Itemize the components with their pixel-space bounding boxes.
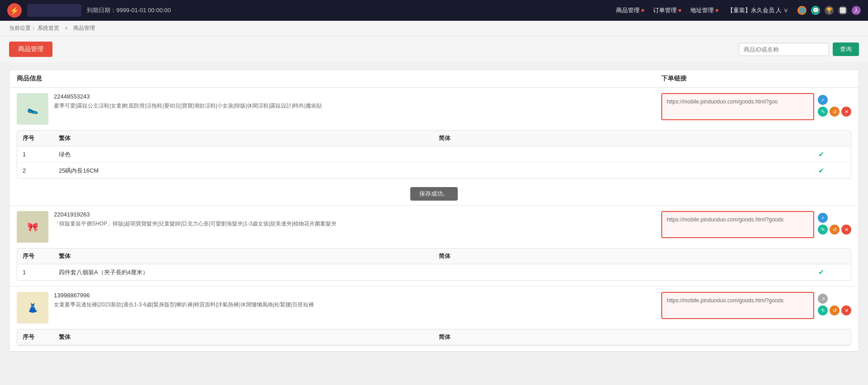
breadcrumb-prefix: 当前位置： xyxy=(9,25,36,31)
row1-trad: 绿色 xyxy=(59,150,439,159)
search-button[interactable]: 查询 xyxy=(833,42,859,56)
breadcrumb-current: 商品管理 xyxy=(73,25,95,31)
product-thumb-2: 🎀 xyxy=(17,211,48,243)
sub-col-trad-3: 繁体 xyxy=(59,333,439,341)
action-delete-btn-3[interactable]: ✕ xyxy=(841,305,851,315)
icon-trophy[interactable]: 🏆 xyxy=(825,6,834,15)
sub-col-trad: 繁体 xyxy=(59,134,439,142)
sub-table-header-3: 序号 繁体 简体 xyxy=(17,329,851,345)
main-content: 商品信息 下单链接 🥿 22448553243 夏季可爱|露趾公主涼鞋|女童|軟… xyxy=(0,62,868,359)
product-details-1: 22448553243 夏季可爱|露趾公主涼鞋|女童|軟底防滑|涼拖鞋|嬰幼兒|… xyxy=(54,93,661,110)
product-info-3: 👗 13998867996 女童夏季花邊短褲|2023新款|適合1-3-6歲|緊… xyxy=(17,292,661,324)
save-success-btn-1[interactable]: 保存成功。 xyxy=(410,187,458,201)
action-edit-btn-3[interactable]: ✎ xyxy=(818,305,828,315)
product-info-2: 🎀 22041919263 「韓版童裝平價SHOP」韓版|超萌寶寶髮夾|兒童髮師… xyxy=(17,211,661,243)
action-row-2b: ✎ ↺ ✕ xyxy=(818,225,851,235)
sub-col-simp: 简体 xyxy=(439,134,819,142)
search-area: 查询 xyxy=(739,42,859,56)
sub-table-row: 2 25碼内長16CM ✔ xyxy=(17,163,851,178)
sub-col-simp-2: 简体 xyxy=(439,252,819,260)
header-right: 商品管理 订单管理 地址管理 【童装】永久会员 人 ∨ 🌐 💬 🏆 ⬜ 人 xyxy=(616,6,861,15)
expire-text: 到期日期：9999-01-01 00:00:00 xyxy=(87,6,171,14)
action-refresh-btn-1[interactable]: ↺ xyxy=(830,107,840,117)
link-box-2: https://mobile.pinduoduo.com/goods.html?… xyxy=(661,211,814,238)
col-product-info: 商品信息 xyxy=(17,75,661,83)
action-delete-btn-1[interactable]: ✕ xyxy=(841,107,851,117)
row2-seq: 2 xyxy=(23,167,59,174)
product-id-2: 22041919263 xyxy=(54,211,661,218)
header-left: ⚡ 到期日期：9999-01-01 00:00:00 xyxy=(7,3,171,18)
product-main-2: 🎀 22041919263 「韓版童裝平價SHOP」韓版|超萌寶寶髮夾|兒童髮師… xyxy=(9,206,859,248)
link-actions-1: ✓ ✎ ↺ ✕ xyxy=(818,93,851,117)
search-input[interactable] xyxy=(739,43,829,56)
icon-window[interactable]: ⬜ xyxy=(838,6,847,15)
product-title-1: 夏季可爱|露趾公主涼鞋|女童|軟底防滑|涼拖鞋|嬰幼兒|寶寶|潮款涼鞋|小女孩|… xyxy=(54,102,661,110)
link-area-2: https://mobile.pinduoduo.com/goods.html?… xyxy=(661,211,851,238)
sub-col-action-2 xyxy=(818,252,845,260)
sub-col-action-3 xyxy=(818,333,845,341)
action-copy-btn-1[interactable]: ✓ xyxy=(818,95,828,105)
product-row: 🥿 22448553243 夏季可爱|露趾公主涼鞋|女童|軟底防滑|涼拖鞋|嬰幼… xyxy=(9,88,859,206)
sub-col-seq-2: 序号 xyxy=(23,252,59,260)
nav-goods[interactable]: 商品管理 xyxy=(616,6,644,14)
nav-vip[interactable]: 【童装】永久会员 人 ∨ xyxy=(727,6,788,14)
sub-col-trad-2: 繁体 xyxy=(59,252,439,260)
link-actions-3: ↗ ✎ ↺ ✕ xyxy=(818,292,851,315)
nav-address-dot xyxy=(716,9,718,12)
row2-1-seq: 1 xyxy=(23,269,59,276)
row1-check: ✔ xyxy=(818,150,845,159)
sub-table-header-1: 序号 繁体 简体 xyxy=(17,131,851,146)
icon-chat[interactable]: 💬 xyxy=(811,6,820,15)
link-box-1: https://mobile.pinduoduo.com/goods.html?… xyxy=(661,93,814,120)
icon-globe[interactable]: 🌐 xyxy=(797,6,806,15)
action-row-1a: ✓ xyxy=(818,95,851,105)
table-header: 商品信息 下单链接 xyxy=(9,70,859,88)
sub-table-2: 序号 繁体 简体 1 四件套八個裝A（夾子長約4厘米） ✔ xyxy=(17,248,851,281)
nav-orders[interactable]: 订单管理 xyxy=(653,6,681,14)
action-row-2a: ✓ xyxy=(818,213,851,223)
action-edit-btn-1[interactable]: ✎ xyxy=(818,107,828,117)
link-area-3: https://mobile.pinduoduo.com/goods.html?… xyxy=(661,292,851,319)
row2-1-check: ✔ xyxy=(818,268,845,277)
product-thumb-1: 🥿 xyxy=(17,93,48,125)
link-area-1: https://mobile.pinduoduo.com/goods.html?… xyxy=(661,93,851,120)
nav-orders-dot xyxy=(678,9,681,12)
nav-goods-dot xyxy=(641,9,644,12)
product-row-2: 🎀 22041919263 「韓版童裝平價SHOP」韓版|超萌寶寶髮夾|兒童髮師… xyxy=(9,206,859,286)
row2-check: ✔ xyxy=(818,166,845,175)
logo-icon: ⚡ xyxy=(7,3,22,18)
nav-address[interactable]: 地址管理 xyxy=(690,6,718,14)
product-id-1: 22448553243 xyxy=(54,93,661,100)
nav-vip-label: 【童装】永久会员 人 ∨ xyxy=(727,6,788,14)
action-refresh-btn-3[interactable]: ↺ xyxy=(830,305,840,315)
header: ⚡ 到期日期：9999-01-01 00:00:00 商品管理 订单管理 地址管… xyxy=(0,0,868,21)
product-table: 商品信息 下单链接 🥿 22448553243 夏季可爱|露趾公主涼鞋|女童|軟… xyxy=(9,70,859,352)
icon-user[interactable]: 人 xyxy=(852,6,861,15)
store-name-box xyxy=(27,4,81,17)
product-thumb-3: 👗 xyxy=(17,292,48,324)
sub-col-action xyxy=(818,134,845,142)
product-details-3: 13998867996 女童夏季花邊短褲|2023新款|適合1-3-6歲|緊身版… xyxy=(54,292,661,309)
action-edit-btn-2[interactable]: ✎ xyxy=(818,225,828,235)
product-title-2: 「韓版童裝平價SHOP」韓版|超萌寶寶髮夾|兒童髮師|亞克力心形|可愛劉海髮夾|… xyxy=(54,220,661,228)
action-row-3b: ✎ ↺ ✕ xyxy=(818,305,851,315)
sub-table-header-2: 序号 繁体 简体 xyxy=(17,249,851,264)
product-main-1: 🥿 22448553243 夏季可爱|露趾公主涼鞋|女童|軟底防滑|涼拖鞋|嬰幼… xyxy=(9,88,859,130)
action-copy-btn-2[interactable]: ✓ xyxy=(818,213,828,223)
header-icons: 🌐 💬 🏆 ⬜ 人 xyxy=(797,6,861,15)
action-copy-btn-3[interactable]: ↗ xyxy=(818,294,828,304)
goods-manage-button[interactable]: 商品管理 xyxy=(9,42,52,57)
action-row-1b: ✎ ↺ ✕ xyxy=(818,107,851,117)
action-delete-btn-2[interactable]: ✕ xyxy=(841,225,851,235)
toolbar: 商品管理 查询 xyxy=(0,36,868,62)
breadcrumb-home[interactable]: 系统首页 xyxy=(38,25,59,31)
action-refresh-btn-2[interactable]: ↺ xyxy=(830,225,840,235)
nav-goods-label: 商品管理 xyxy=(616,6,640,14)
row2-1-trad: 四件套八個裝A（夾子長約4厘米） xyxy=(59,268,439,277)
link-actions-2: ✓ ✎ ↺ ✕ xyxy=(818,211,851,235)
row1-seq: 1 xyxy=(23,151,59,158)
breadcrumb-sep: ＞ xyxy=(64,25,69,31)
sub-table-1: 序号 繁体 简体 1 绿色 ✔ 2 25碼内長16CM ✔ xyxy=(17,130,851,179)
nav-orders-label: 订单管理 xyxy=(653,6,677,14)
sub-col-seq: 序号 xyxy=(23,134,59,142)
